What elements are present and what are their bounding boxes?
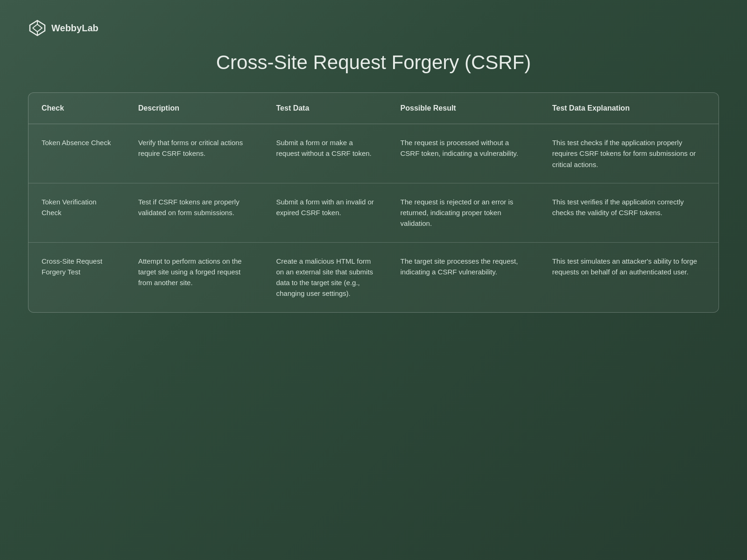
row-1-explanation: This test verifies if the application co… — [539, 183, 719, 242]
table-row: Token Verification CheckTest if CSRF tok… — [28, 183, 719, 242]
header-possible-result: Possible Result — [388, 93, 539, 124]
row-0-explanation: This test checks if the application prop… — [539, 124, 719, 183]
row-0-description: Verify that forms or critical actions re… — [125, 124, 263, 183]
csrf-table: Check Description Test Data Possible Res… — [28, 93, 719, 312]
row-1-description: Test if CSRF tokens are properly validat… — [125, 183, 263, 242]
row-2-possible_result: The target site processes the request, i… — [388, 242, 539, 312]
header-description: Description — [125, 93, 263, 124]
main-table-container: Check Description Test Data Possible Res… — [28, 92, 719, 313]
header-test-data-explanation: Test Data Explanation — [539, 93, 719, 124]
row-0-test_data: Submit a form or make a request without … — [263, 124, 388, 183]
table-header-row: Check Description Test Data Possible Res… — [28, 93, 719, 124]
logo-text: WebbyLab — [51, 23, 99, 34]
row-2-check: Cross-Site Request Forgery Test — [28, 242, 125, 312]
row-1-check: Token Verification Check — [28, 183, 125, 242]
header-check: Check — [28, 93, 125, 124]
row-1-possible_result: The request is rejected or an error is r… — [388, 183, 539, 242]
row-0-check: Token Absence Check — [28, 124, 125, 183]
table-row: Cross-Site Request Forgery TestAttempt t… — [28, 242, 719, 312]
row-2-test_data: Create a malicious HTML form on an exter… — [263, 242, 388, 312]
row-1-test_data: Submit a form with an invalid or expired… — [263, 183, 388, 242]
logo-area: WebbyLab — [28, 19, 99, 37]
row-2-description: Attempt to perform actions on the target… — [125, 242, 263, 312]
row-2-explanation: This test simulates an attacker's abilit… — [539, 242, 719, 312]
row-0-possible_result: The request is processed without a CSRF … — [388, 124, 539, 183]
page-title: Cross-Site Request Forgery (CSRF) — [216, 51, 531, 74]
webbylab-logo-icon — [28, 19, 47, 37]
table-row: Token Absence CheckVerify that forms or … — [28, 124, 719, 183]
header-test-data: Test Data — [263, 93, 388, 124]
